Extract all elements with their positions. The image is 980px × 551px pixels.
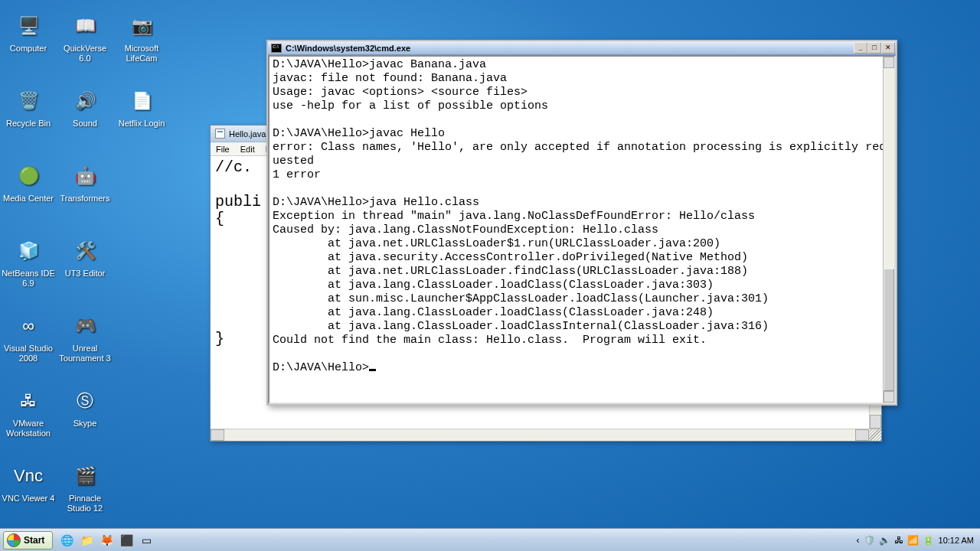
taskbar: Start 🌐📁🦊⬛▭ ‹🛡️🔈🖧📶🔋 10:12 AM	[0, 528, 980, 551]
quick-launch: 🌐📁🦊⬛▭	[57, 531, 155, 549]
icon-label: Computer	[10, 44, 47, 54]
app-icon: 📷	[126, 11, 157, 41]
resize-grip[interactable]	[869, 429, 881, 441]
quicklaunch-ie[interactable]: 🌐	[57, 531, 76, 549]
app-icon: 🔊	[70, 86, 100, 116]
windows-logo-icon	[7, 533, 21, 547]
quicklaunch-show-desktop[interactable]: ▭	[137, 531, 155, 549]
tray-wifi-icon[interactable]: 📶	[907, 535, 919, 546]
desktop-icon-netflix-login[interactable]: 📄Netflix Login	[113, 86, 170, 129]
cmd-window[interactable]: C:\Windows\system32\cmd.exe _ □ ✕ D:\JAV…	[266, 40, 897, 406]
cmd-titlebar[interactable]: C:\Windows\system32\cmd.exe _ □ ✕	[268, 41, 896, 55]
desktop-icon-skype[interactable]: ⓈSkype	[57, 386, 113, 429]
desktop-icon-vnc-viewer-4[interactable]: VncVNC Viewer 4	[0, 461, 57, 504]
cmd-icon	[271, 44, 282, 53]
desktop-icon-recycle-bin[interactable]: 🗑️Recycle Bin	[0, 86, 57, 129]
icon-label: Skype	[74, 419, 97, 429]
icon-label: Visual Studio 2008	[0, 344, 57, 363]
desktop-icon-media-center[interactable]: 🟢Media Center	[0, 161, 57, 204]
app-icon: 🟢	[13, 161, 44, 191]
cmd-title-text: C:\Windows\system32\cmd.exe	[286, 44, 854, 53]
app-icon: 🎬	[70, 461, 100, 491]
icon-label: NetBeans IDE 6.9	[0, 269, 57, 288]
icon-label: Netflix Login	[119, 119, 165, 129]
notepad-icon	[215, 129, 225, 139]
start-button[interactable]: Start	[3, 531, 53, 549]
desktop-icon-microsoft-lifecam[interactable]: 📷Microsoft LifeCam	[113, 11, 170, 63]
desktop-icon-visual-studio-2008[interactable]: ∞Visual Studio 2008	[0, 311, 57, 363]
clock[interactable]: 10:12 AM	[939, 536, 974, 545]
icon-label: Media Center	[3, 194, 54, 204]
app-icon: 🎮	[70, 311, 100, 341]
icon-label: Transformers	[60, 194, 110, 204]
desktop-icon-transformers[interactable]: 🤖Transformers	[57, 161, 113, 204]
app-icon: 🖧	[13, 386, 44, 416]
desktop-icon-netbeans-ide-6-9[interactable]: 🧊NetBeans IDE 6.9	[0, 236, 57, 288]
cmd-body[interactable]: D:\JAVA\Hello>javac Banana.java javac: f…	[268, 55, 896, 404]
tray-network-icon[interactable]: 🖧	[894, 535, 903, 546]
notepad-title-text: Hello.java	[229, 129, 266, 139]
menu-file[interactable]: File	[211, 144, 235, 155]
close-button[interactable]: ✕	[881, 42, 895, 54]
icon-label: UT3 Editor	[65, 269, 106, 279]
tray-volume-icon[interactable]: 🔈	[879, 535, 890, 546]
quicklaunch-cmd[interactable]: ⬛	[117, 531, 136, 549]
desktop-icon-sound[interactable]: 🔊Sound	[57, 86, 113, 129]
scroll-thumb[interactable]	[884, 269, 894, 391]
app-icon: 🤖	[70, 161, 100, 191]
icon-label: VMware Workstation	[0, 419, 57, 438]
desktop-icon-pinnacle-studio-12[interactable]: 🎬Pinnacle Studio 12	[57, 461, 113, 513]
icon-label: Recycle Bin	[6, 119, 51, 129]
notepad-scroll-horizontal[interactable]	[211, 429, 881, 441]
icon-label: Sound	[73, 119, 97, 129]
quicklaunch-firefox[interactable]: 🦊	[97, 531, 116, 549]
system-tray: ‹🛡️🔈🖧📶🔋 10:12 AM	[857, 535, 980, 546]
app-icon: Ⓢ	[70, 386, 100, 416]
start-label: Start	[24, 535, 44, 546]
desktop-icon-computer[interactable]: 🖥️Computer	[0, 11, 57, 54]
desktop-icon-quickverse-6-0[interactable]: 📖QuickVerse 6.0	[57, 11, 113, 63]
cursor	[369, 369, 376, 371]
app-icon: 📖	[70, 11, 100, 41]
desktop-icon-vmware-workstation[interactable]: 🖧VMware Workstation	[0, 386, 57, 438]
app-icon: Vnc	[13, 461, 44, 491]
app-icon: 🖥️	[13, 11, 44, 41]
app-icon: 🧊	[13, 236, 44, 266]
cmd-scrollbar[interactable]	[883, 57, 894, 403]
app-icon: 🛠️	[70, 236, 100, 266]
minimize-button[interactable]: _	[854, 42, 867, 54]
app-icon: 📄	[126, 86, 157, 116]
tray-battery-icon[interactable]: 🔋	[923, 535, 934, 546]
icon-label: QuickVerse 6.0	[57, 44, 113, 63]
scroll-down-icon[interactable]	[884, 391, 894, 403]
tray-shield-icon[interactable]: 🛡️	[864, 535, 875, 546]
desktop-icon-unreal-tournament-3[interactable]: 🎮Unreal Tournament 3	[57, 311, 113, 363]
menu-edit[interactable]: Edit	[235, 144, 260, 155]
icon-label: VNC Viewer 4	[2, 494, 55, 504]
tray-chevron-icon[interactable]: ‹	[857, 535, 860, 546]
app-icon: 🗑️	[13, 86, 44, 116]
icon-label: Microsoft LifeCam	[113, 44, 170, 63]
cmd-output: D:\JAVA\Hello>javac Banana.java javac: f…	[270, 57, 894, 377]
quicklaunch-explorer[interactable]: 📁	[77, 531, 96, 549]
scroll-up-icon[interactable]	[884, 57, 894, 68]
app-icon: ∞	[13, 311, 44, 341]
icon-label: Unreal Tournament 3	[57, 344, 113, 363]
desktop-icon-ut3-editor[interactable]: 🛠️UT3 Editor	[57, 236, 113, 279]
maximize-button[interactable]: □	[867, 42, 881, 54]
icon-label: Pinnacle Studio 12	[57, 494, 113, 513]
